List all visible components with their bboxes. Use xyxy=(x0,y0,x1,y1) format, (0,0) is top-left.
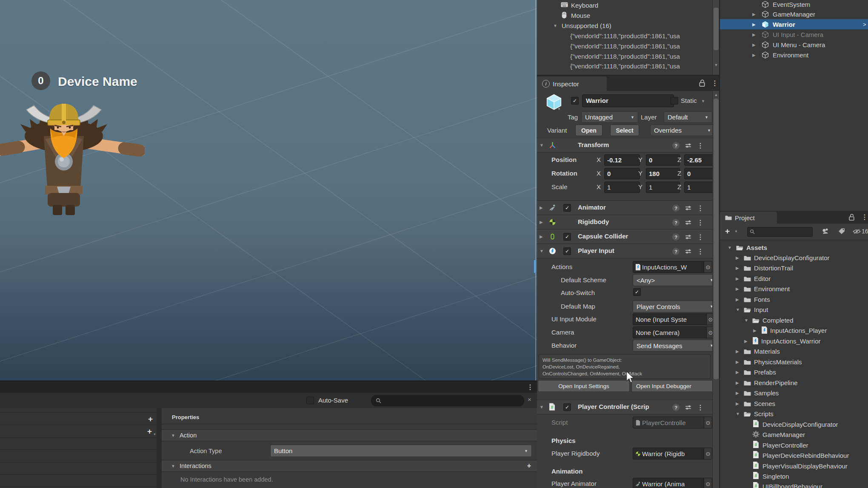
foldout-closed-icon[interactable]: ▶ xyxy=(744,339,748,343)
project-folder[interactable]: ▶ Scenes xyxy=(720,398,868,409)
kebab-menu-icon[interactable]: ⋮ xyxy=(697,233,704,241)
foldout-open-icon[interactable]: ▼ xyxy=(728,245,732,250)
add-action-button[interactable]: + xyxy=(147,427,152,435)
presets-icon[interactable] xyxy=(685,143,691,148)
foldout-open-icon[interactable]: ▼ xyxy=(736,411,740,416)
foldout-closed-icon[interactable]: ▶ xyxy=(736,276,739,281)
device-json-row[interactable]: {"vendorId":1118,"productId":1861,"usa xyxy=(537,61,713,71)
project-folder[interactable]: ▶ DistortionTrail xyxy=(720,263,868,273)
action-section-header[interactable]: ▼ Action xyxy=(162,429,537,441)
presets-icon[interactable] xyxy=(685,205,691,211)
object-picker-icon[interactable]: ⊙ xyxy=(704,261,712,272)
editor-search-input[interactable] xyxy=(371,395,524,406)
project-folder[interactable]: ▶ Prefabs xyxy=(720,367,868,377)
hierarchy-item-gamemanager[interactable]: ▶ GameManager xyxy=(720,9,868,19)
interactions-section-header[interactable]: ▼ Interactions + xyxy=(162,460,537,472)
column-divider[interactable] xyxy=(157,408,162,488)
static-dropdown-icon[interactable]: ▼ xyxy=(701,99,705,103)
foldout-closed-icon[interactable]: ▶ xyxy=(736,401,739,406)
presets-icon[interactable] xyxy=(685,220,691,225)
open-input-debugger-button[interactable]: Open Input Debugger xyxy=(631,380,719,392)
chevron-right-icon[interactable]: > xyxy=(863,21,866,28)
project-folder-scripts[interactable]: ▼ Scripts xyxy=(720,409,868,419)
foldout-closed-icon[interactable]: ▶ xyxy=(736,297,739,302)
add-asset-button[interactable]: + xyxy=(725,227,730,235)
foldout-closed-icon[interactable]: ▶ xyxy=(736,349,739,354)
camera-field[interactable]: None (Camera) ⊙ xyxy=(633,326,715,338)
add-interaction-button[interactable]: + xyxy=(527,462,531,469)
foldout-closed-icon[interactable]: ▶ xyxy=(753,328,757,333)
foldout-closed-icon[interactable]: ▶ xyxy=(540,234,543,239)
foldout-open-icon[interactable]: ▼ xyxy=(744,318,748,323)
overrides-dropdown[interactable]: Overrides ▼ xyxy=(650,125,715,136)
help-icon[interactable]: ? xyxy=(672,404,680,411)
add-action-map-button[interactable]: + xyxy=(148,415,153,423)
project-folder-assets[interactable]: ▼ Assets xyxy=(720,242,868,253)
rotation-y-field[interactable]: 180 xyxy=(646,168,680,179)
kebab-menu-icon[interactable]: ⋮ xyxy=(711,79,718,87)
static-checkbox[interactable] xyxy=(671,97,678,105)
rigidbody-header[interactable]: ▶ Rigidbody ? ⋮ xyxy=(537,215,719,230)
hidden-eye-icon[interactable] xyxy=(853,229,861,234)
component-checkbox[interactable]: ✓ xyxy=(563,247,571,255)
kebab-menu-icon[interactable]: ⋮ xyxy=(697,218,704,227)
scroll-up-icon[interactable]: ▲ xyxy=(713,93,719,97)
help-icon[interactable]: ? xyxy=(672,219,680,226)
kebab-menu-icon[interactable]: ⋮ xyxy=(697,247,704,255)
position-x-field[interactable]: -0.12 xyxy=(604,154,640,166)
tag-dropdown[interactable]: Untagged ▼ xyxy=(581,111,638,123)
foldout-closed-icon[interactable]: ▶ xyxy=(736,360,739,364)
project-folder-input[interactable]: ▼ Input xyxy=(720,304,868,315)
project-search-input[interactable] xyxy=(747,227,813,237)
foldout-open-icon[interactable]: ▼ xyxy=(540,249,544,253)
prefab-dropdown-icon[interactable]: ▼ xyxy=(557,107,561,111)
kebab-menu-icon[interactable]: ⋮ xyxy=(697,403,704,411)
scene-view[interactable]: 0 Device Name xyxy=(0,0,537,380)
action-type-dropdown[interactable]: Button ▼ xyxy=(270,445,532,457)
variant-open-button[interactable]: Open xyxy=(575,125,602,136)
foldout-closed-icon[interactable]: ▶ xyxy=(540,205,543,210)
project-script[interactable]: # PlayerDeviceRebindBehaviour xyxy=(720,450,868,460)
layer-dropdown[interactable]: Default ▼ xyxy=(664,111,712,123)
capsule-collider-header[interactable]: ▶ ✓ Capsule Collider ? ⋮ xyxy=(537,229,719,244)
lock-icon[interactable] xyxy=(699,79,705,87)
help-icon[interactable]: ? xyxy=(672,142,680,149)
scroll-down-icon[interactable]: ▼ xyxy=(713,63,719,67)
player-input-header[interactable]: ▼ ✓ Player Input ? ⋮ xyxy=(537,244,719,258)
project-asset-inputactions[interactable]: ▶ InputActions_Player xyxy=(720,325,868,335)
project-script[interactable]: # DeviceDisplayConfigurator xyxy=(720,419,868,429)
project-asset-inputactions[interactable]: ▶ InputActions_Warrior xyxy=(720,336,868,346)
foldout-open-icon[interactable]: ▼ xyxy=(540,143,544,148)
foldout-closed-icon[interactable]: ▶ xyxy=(736,370,739,375)
device-json-row[interactable]: {"vendorId":1118,"productId":1861,"usa xyxy=(537,51,713,61)
default-scheme-dropdown[interactable]: <Any> ▼ xyxy=(633,274,717,286)
foldout-closed-icon[interactable]: ▶ xyxy=(752,43,756,47)
lock-icon[interactable] xyxy=(848,214,855,221)
hierarchy-item-warrior[interactable]: ▶ Warrior > xyxy=(720,19,868,29)
foldout-open-icon[interactable]: ▼ xyxy=(553,23,557,28)
project-script[interactable]: # PlayerController xyxy=(720,440,868,450)
kebab-menu-icon[interactable]: ⋮ xyxy=(697,204,704,212)
active-checkbox[interactable]: ✓ xyxy=(571,97,579,105)
tab-project[interactable]: Project xyxy=(720,212,777,224)
package-icon[interactable] xyxy=(821,227,830,235)
project-script-gamemanager[interactable]: GameManager xyxy=(720,429,868,440)
project-folder[interactable]: ▶ Editor xyxy=(720,273,868,284)
foldout-closed-icon[interactable]: ▶ xyxy=(736,266,739,270)
device-json-row[interactable]: {"vendorId":1118,"productId":1861,"usa xyxy=(537,41,713,51)
action-maps-column[interactable]: + + ▼ xyxy=(0,408,157,488)
project-folder[interactable]: ▶ PhysicsMaterials xyxy=(720,357,868,367)
foldout-open-icon[interactable]: ▼ xyxy=(736,307,740,312)
scrollbar-thumb[interactable] xyxy=(714,8,719,50)
dropdown-icon[interactable]: ▼ xyxy=(734,230,738,233)
hierarchy-item-eventsystem[interactable]: EventSystem xyxy=(720,0,868,9)
device-row-unsupported[interactable]: ▼ Unsupported (16) xyxy=(537,20,713,31)
foldout-closed-icon[interactable]: ▶ xyxy=(736,391,739,395)
project-script[interactable]: # Singleton xyxy=(720,471,868,481)
hierarchy-item-ui-input-camera[interactable]: ▶ UI Input - Camera xyxy=(720,29,868,40)
project-folder[interactable]: ▶ Samples xyxy=(720,388,868,398)
device-row-mouse[interactable]: Mouse xyxy=(537,10,713,20)
scale-y-field[interactable]: 1 xyxy=(646,182,680,193)
object-picker-icon[interactable]: ⊙ xyxy=(704,478,712,488)
player-rigidbody-field[interactable]: Warrior (Rigidb ⊙ xyxy=(633,448,712,460)
